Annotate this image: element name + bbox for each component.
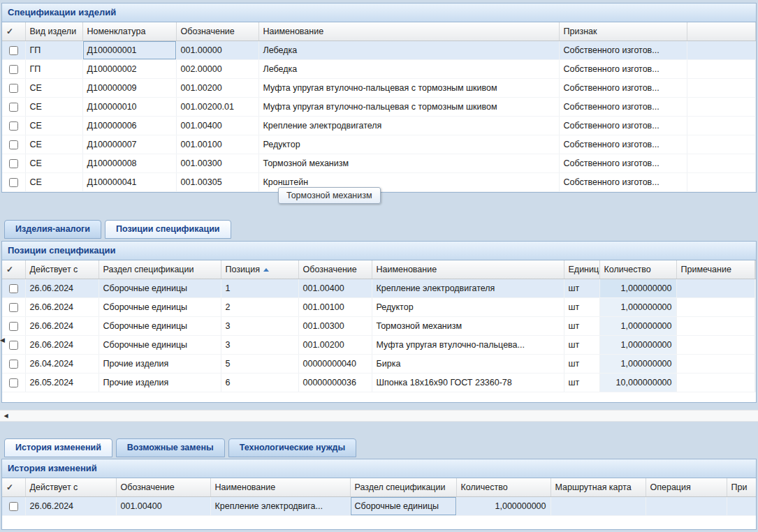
table-cell[interactable]: 001.00300 [298,316,372,335]
table-cell[interactable]: 1,000000000 [456,496,551,515]
table-row[interactable]: 26.06.2024Сборочные единицы3001.00200Муф… [2,335,756,354]
row-checkbox[interactable] [9,502,18,511]
table-cell[interactable] [646,496,727,515]
table-cell[interactable]: СЕ [25,78,82,97]
column-header[interactable]: Обозначение [176,22,258,40]
table-cell[interactable]: Д100000006 [82,116,176,135]
table-row[interactable]: ГПД100000002002.00000ЛебедкаСобственного… [2,59,756,78]
splitter-collapse-icon[interactable]: ◀ [0,337,5,343]
column-header[interactable]: Единица [564,260,599,279]
table-cell[interactable]: СЕ [25,116,82,135]
table-cell[interactable]: Собственного изготов... [559,135,687,154]
table-cell[interactable]: 26.04.2024 [25,354,99,373]
select-all-header[interactable]: ✓ [2,478,25,496]
table-cell[interactable]: 001.00200 [298,335,372,354]
horizontal-scrollbar[interactable]: ◀ [0,410,758,422]
table-cell[interactable]: 1,000000000 [599,354,676,373]
table-cell[interactable]: Собственного изготов... [559,172,687,191]
table-cell[interactable] [676,316,755,335]
table-cell[interactable]: Д100000041 [82,172,176,191]
row-checkbox[interactable] [9,65,18,74]
table-cell[interactable]: Редуктор [372,297,564,316]
table-cell[interactable]: Крепление электродвигателя [372,279,564,297]
table-row[interactable]: СЕД100000009001.00200Муфта упругая втуло… [2,78,756,97]
column-header[interactable]: Наименование [258,22,559,40]
table-cell[interactable]: Муфта упругая втулочно-пальцевая с тормо… [258,97,559,116]
table-cell[interactable]: Д100000009 [82,78,176,97]
table-cell[interactable]: шт [564,373,599,392]
table-cell[interactable] [727,496,757,515]
table-cell[interactable] [676,335,755,354]
row-checkbox[interactable] [9,322,18,331]
table-cell[interactable]: 26.06.2024 [25,297,99,316]
table-cell[interactable]: ГП [25,40,82,59]
table-cell[interactable] [676,279,755,297]
column-header[interactable]: Раздел спецификации [350,478,456,496]
table-row[interactable]: СЕД100000006001.00400Крепление электродв… [2,116,756,135]
column-header[interactable]: Наименование [372,260,564,279]
table-cell[interactable]: Собственного изготов... [559,116,687,135]
table-cell[interactable]: СЕ [25,97,82,116]
table-row[interactable]: СЕД100000007001.00100РедукторСобственног… [2,135,756,154]
table-row[interactable]: СЕД100000010001.00200.01Муфта упругая вт… [2,97,756,116]
table-cell[interactable]: Крепление электродвигателя [258,116,559,135]
table-cell[interactable]: шт [564,316,599,335]
row-checkbox[interactable] [9,284,18,293]
table-cell[interactable]: Лебедка [258,59,559,78]
table-cell[interactable]: 00000000040 [298,354,372,373]
table-cell[interactable]: Крепление электродвига... [210,496,350,515]
table-cell[interactable]: ГП [25,59,82,78]
table-cell[interactable]: 26.06.2024 [25,279,99,297]
column-header[interactable]: Позиция [221,260,298,279]
tab-products-analogs[interactable]: Изделия-аналоги [4,220,101,239]
row-checkbox[interactable] [9,84,18,93]
table-cell[interactable]: 1,000000000 [599,279,676,297]
table-cell[interactable]: 001.00400 [176,116,258,135]
table-cell[interactable]: Сборочные единицы [99,335,221,354]
table-cell[interactable]: СЕ [25,172,82,191]
table-cell[interactable]: Муфта упругая втулочно-пальцевая с тормо… [258,78,559,97]
table-cell[interactable]: 001.00000 [176,40,258,59]
select-all-header[interactable]: ✓ [2,22,25,40]
column-header[interactable]: Раздел спецификации [99,260,221,279]
column-header[interactable]: Наименование [210,478,350,496]
table-cell[interactable] [676,354,755,373]
table-cell[interactable]: 26.06.2024 [25,496,116,515]
table-cell[interactable]: 26.06.2024 [25,335,99,354]
table-cell[interactable]: 001.00400 [116,496,210,515]
table-cell[interactable] [676,297,755,316]
table-cell[interactable]: 6 [221,373,298,392]
table-row[interactable]: ГПД100000001001.00000ЛебедкаСобственного… [2,40,756,59]
table-cell[interactable]: Редуктор [258,135,559,154]
table-cell[interactable]: СЕ [25,135,82,154]
table-cell[interactable]: Собственного изготов... [559,40,687,59]
row-checkbox[interactable] [9,121,18,131]
table-cell[interactable]: 26.05.2024 [25,373,99,392]
table-cell[interactable]: 3 [221,316,298,335]
table-cell[interactable] [551,496,646,515]
table-cell[interactable]: 26.06.2024 [25,316,99,335]
table-cell[interactable]: Лебедка [258,40,559,59]
table-row[interactable]: 26.06.2024Сборочные единицы1001.00400Кре… [2,279,756,297]
column-header[interactable]: Обозначение [298,260,372,279]
column-header[interactable]: Количество [456,478,551,496]
table-row[interactable]: 26.04.2024Прочие изделия500000000040Бирк… [2,354,756,373]
table-cell[interactable]: Прочие изделия [99,373,221,392]
row-checkbox[interactable] [9,378,18,387]
row-checkbox[interactable] [9,46,18,55]
table-cell[interactable]: Собственного изготов... [559,154,687,172]
table-cell[interactable]: 00000000036 [298,373,372,392]
table-cell[interactable]: Сборочные единицы [99,316,221,335]
table-cell[interactable]: Д100000010 [82,97,176,116]
table-row[interactable]: СЕД100000008001.00300Тормозной механизмС… [2,154,756,172]
table-cell[interactable]: 002.00000 [176,59,258,78]
row-checkbox[interactable] [9,341,18,350]
column-header[interactable]: Примечание [676,260,755,279]
table-cell[interactable]: Собственного изготов... [559,97,687,116]
table-row[interactable]: 26.06.2024001.00400Крепление электродвиг… [2,496,757,515]
row-checkbox[interactable] [9,159,18,168]
tab-technological-needs[interactable]: Технологические нужды [228,438,356,457]
row-checkbox[interactable] [9,140,18,149]
column-header[interactable]: Операция [646,478,727,496]
column-header[interactable]: Обозначение [116,478,210,496]
